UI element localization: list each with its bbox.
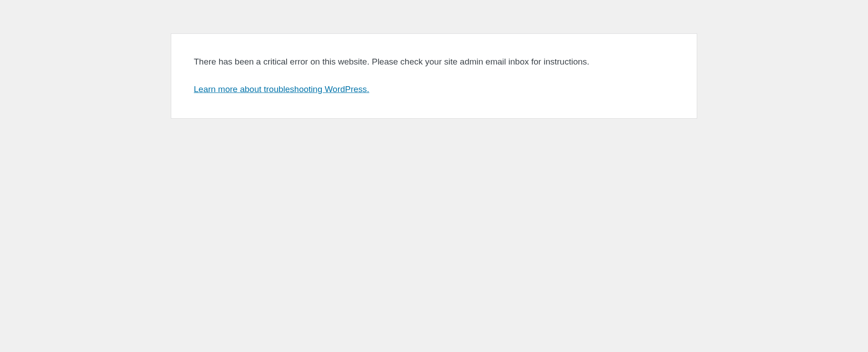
error-message-text: There has been a critical error on this … <box>194 56 674 69</box>
error-container: There has been a critical error on this … <box>171 33 697 119</box>
troubleshoot-link[interactable]: Learn more about troubleshooting WordPre… <box>194 83 369 96</box>
